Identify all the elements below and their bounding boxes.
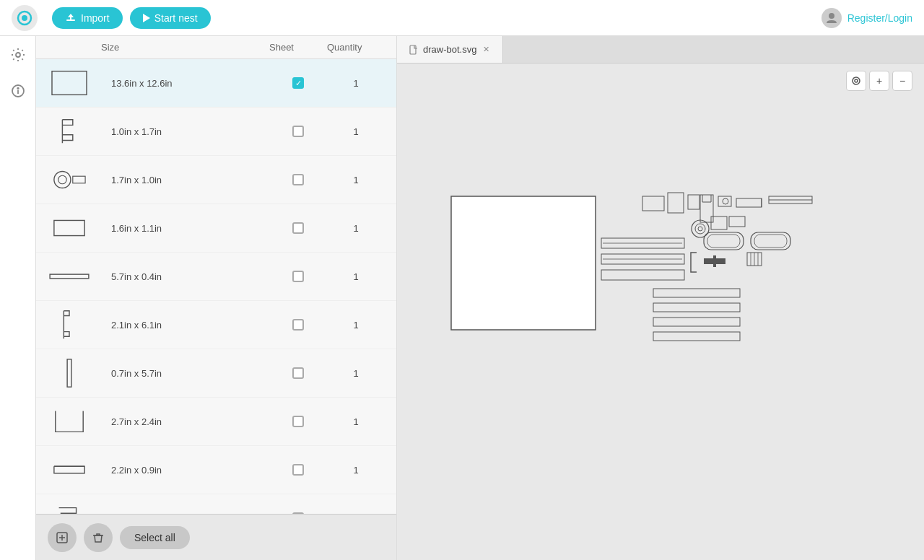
svg-rect-29 bbox=[688, 195, 699, 209]
svg-rect-52 bbox=[653, 303, 740, 312]
sheet-checkbox[interactable] bbox=[292, 367, 304, 379]
quantity-column-header: Quantity bbox=[327, 42, 385, 53]
part-thumbnail bbox=[48, 210, 91, 246]
svg-file-icon bbox=[409, 45, 419, 55]
parts-bottom-bar: Select all bbox=[36, 514, 396, 560]
svg-point-47 bbox=[695, 224, 705, 234]
zoom-out-button[interactable]: − bbox=[892, 71, 912, 91]
part-size: 5.7in x 0.4in bbox=[105, 271, 269, 282]
sheet-checkbox[interactable] bbox=[292, 77, 304, 89]
topbar: Import Start nest Register/Login bbox=[0, 0, 924, 36]
svg-rect-50 bbox=[729, 216, 745, 227]
part-sheet-checkbox[interactable] bbox=[269, 126, 327, 137]
part-quantity: 1 bbox=[327, 465, 385, 476]
part-quantity: 1 bbox=[327, 175, 385, 185]
part-quantity: 1 bbox=[327, 320, 385, 331]
trash-icon bbox=[92, 532, 104, 543]
table-row[interactable]: 2.2in x 2.5in 1 bbox=[36, 494, 396, 514]
part-sheet-checkbox[interactable] bbox=[269, 77, 327, 89]
part-size: 1.7in x 1.0in bbox=[105, 175, 269, 185]
svg-point-11 bbox=[58, 175, 67, 184]
sheet-checkbox[interactable] bbox=[292, 126, 304, 137]
part-size: 2.1in x 6.1in bbox=[105, 320, 269, 331]
user-icon bbox=[821, 8, 842, 28]
part-quantity: 1 bbox=[327, 223, 385, 234]
sheet-column-header: Sheet bbox=[269, 42, 327, 53]
zoom-in-button[interactable]: + bbox=[869, 71, 889, 91]
select-all-button[interactable]: Select all bbox=[120, 526, 190, 549]
register-login-button[interactable]: Register/Login bbox=[821, 8, 912, 28]
part-sheet-checkbox[interactable] bbox=[269, 271, 327, 282]
part-sheet-checkbox[interactable] bbox=[269, 222, 327, 234]
app-logo bbox=[12, 5, 38, 31]
table-row[interactable]: 2.7in x 2.4in 1 bbox=[36, 398, 396, 446]
part-sheet-checkbox[interactable] bbox=[269, 464, 327, 476]
sheet-checkbox[interactable] bbox=[292, 174, 304, 185]
svg-point-4 bbox=[829, 13, 834, 19]
part-quantity: 1 bbox=[327, 126, 385, 137]
svg-rect-26 bbox=[451, 196, 596, 330]
svg-rect-53 bbox=[653, 318, 740, 326]
svg-rect-43 bbox=[707, 235, 740, 248]
canvas-area: draw-bot.svg ✕ + − bbox=[397, 36, 924, 560]
svg-rect-9 bbox=[52, 71, 87, 95]
table-row[interactable]: 0.7in x 5.7in 1 bbox=[36, 349, 396, 398]
svg-rect-2 bbox=[66, 19, 75, 21]
part-thumbnail bbox=[48, 452, 91, 488]
part-thumbnail bbox=[48, 500, 91, 514]
sheet-checkbox[interactable] bbox=[292, 319, 304, 331]
part-sheet-checkbox[interactable] bbox=[269, 174, 327, 185]
parts-panel: Size Sheet Quantity 13.6in x 12.6in 1 1.… bbox=[36, 36, 397, 560]
svg-rect-28 bbox=[668, 193, 684, 213]
tab-label: draw-bot.svg bbox=[423, 44, 476, 55]
sidebar bbox=[0, 36, 36, 560]
table-row[interactable]: 1.7in x 1.0in 1 bbox=[36, 156, 396, 204]
sheet-checkbox[interactable] bbox=[292, 464, 304, 476]
svg-rect-27 bbox=[642, 196, 664, 211]
svg-rect-15 bbox=[67, 359, 71, 387]
svg-point-24 bbox=[853, 77, 860, 84]
svg-rect-44 bbox=[751, 232, 790, 250]
svg-point-5 bbox=[16, 53, 20, 57]
delete-part-button[interactable] bbox=[84, 523, 113, 552]
sheet-checkbox[interactable] bbox=[292, 222, 304, 234]
tab-close-button[interactable]: ✕ bbox=[481, 45, 491, 55]
table-row[interactable]: 5.7in x 0.4in 1 bbox=[36, 253, 396, 301]
svg-point-48 bbox=[698, 227, 702, 231]
target-icon bbox=[851, 76, 861, 86]
add-icon bbox=[56, 531, 69, 544]
part-quantity: 1 bbox=[327, 368, 385, 379]
table-row[interactable]: 1.0in x 1.7in 1 bbox=[36, 108, 396, 156]
sheet-checkbox[interactable] bbox=[292, 416, 304, 427]
part-sheet-checkbox[interactable] bbox=[269, 367, 327, 379]
part-size: 2.2in x 0.9in bbox=[105, 465, 269, 476]
tab-draw-bot-svg[interactable]: draw-bot.svg ✕ bbox=[397, 36, 503, 63]
part-size: 1.6in x 1.1in bbox=[105, 223, 269, 234]
add-part-button[interactable] bbox=[48, 523, 77, 552]
start-nest-button[interactable]: Start nest bbox=[130, 7, 211, 29]
part-thumbnail bbox=[48, 162, 91, 198]
svg-point-32 bbox=[723, 198, 728, 204]
settings-icon[interactable] bbox=[6, 43, 30, 66]
part-thumbnail bbox=[48, 403, 91, 439]
svg-rect-23 bbox=[410, 45, 416, 54]
canvas-svg bbox=[444, 175, 877, 449]
import-button[interactable]: Import bbox=[52, 7, 123, 29]
zoom-reset-button[interactable] bbox=[846, 71, 866, 91]
svg-rect-54 bbox=[653, 332, 740, 341]
part-size: 0.7in x 5.7in bbox=[105, 368, 269, 379]
table-row[interactable]: 13.6in x 12.6in 1 bbox=[36, 59, 396, 108]
table-row[interactable]: 2.1in x 6.1in 1 bbox=[36, 301, 396, 349]
svg-point-8 bbox=[17, 88, 19, 89]
svg-point-1 bbox=[22, 15, 27, 21]
canvas-viewport: + − bbox=[397, 64, 924, 560]
main-layout: Size Sheet Quantity 13.6in x 12.6in 1 1.… bbox=[0, 36, 924, 560]
table-row[interactable]: 2.2in x 0.9in 1 bbox=[36, 446, 396, 494]
info-icon[interactable] bbox=[6, 79, 30, 102]
table-row[interactable]: 1.6in x 1.1in 1 bbox=[36, 204, 396, 253]
part-sheet-checkbox[interactable] bbox=[269, 416, 327, 427]
part-quantity: 1 bbox=[327, 78, 385, 89]
part-sheet-checkbox[interactable] bbox=[269, 319, 327, 331]
sheet-checkbox[interactable] bbox=[292, 271, 304, 282]
part-thumbnail bbox=[48, 258, 91, 294]
